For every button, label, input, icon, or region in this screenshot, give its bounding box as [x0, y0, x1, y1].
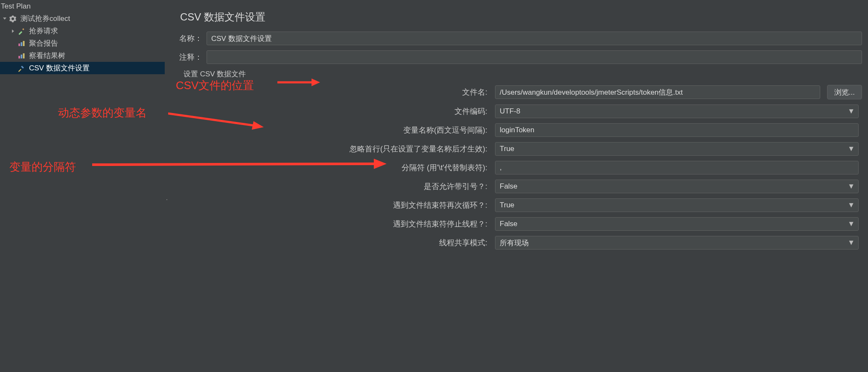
tree-item-label: CSV 数据文件设置: [29, 63, 90, 73]
dropper-icon: [17, 27, 26, 35]
tree-item-label: 察看结果树: [29, 51, 65, 61]
tree-root-label: Test Plan: [1, 2, 31, 11]
chevron-down-icon: ▼: [848, 220, 855, 228]
chevron-down-icon: ▼: [848, 107, 855, 116]
recycle-label: 遇到文件结束符再次循环？:: [173, 200, 491, 210]
varnames-value: loginToken: [500, 126, 534, 134]
tree-item-label: 测试抢券collect: [20, 14, 70, 23]
comment-input[interactable]: [207, 50, 862, 64]
stop-label: 遇到文件结束符停止线程？:: [173, 219, 491, 229]
quoted-select[interactable]: False ▼: [495, 180, 859, 193]
varnames-label: 变量名称(西文逗号间隔):: [173, 125, 491, 135]
browse-label: 浏览...: [834, 87, 855, 97]
tree-item-sampler[interactable]: 抢券请求: [0, 25, 165, 37]
chevron-down-icon: ▼: [848, 145, 855, 153]
sharing-select[interactable]: 所有现场 ▼: [495, 236, 859, 250]
panel-title: CSV 数据文件设置: [180, 10, 862, 24]
name-label: 名称：: [173, 33, 202, 44]
quoted-label: 是否允许带引号？:: [173, 181, 491, 192]
tree-sidebar: Test Plan 测试抢券collect 抢券请求 聚合报告 察看结果树: [0, 0, 165, 372]
expand-icon[interactable]: [10, 29, 16, 33]
delimiter-input[interactable]: ,: [495, 161, 859, 174]
name-value: CSV 数据文件设置: [211, 34, 272, 44]
svg-rect-3: [18, 56, 20, 58]
encoding-value: UTF-8: [500, 107, 520, 116]
tools-icon: [17, 64, 26, 73]
gear-icon: [9, 15, 17, 23]
ignorefirst-label: 忽略首行(只在设置了变量名称后才生效):: [173, 144, 491, 154]
stop-select[interactable]: False ▼: [495, 217, 859, 231]
browse-button[interactable]: 浏览...: [827, 85, 862, 99]
quoted-value: False: [500, 182, 518, 191]
sharing-label: 线程共享模式:: [173, 238, 491, 248]
svg-rect-5: [23, 53, 25, 58]
tree-item-resultstree[interactable]: 察看结果树: [0, 49, 165, 62]
varnames-input[interactable]: loginToken: [495, 123, 859, 137]
filename-label: 文件名:: [173, 87, 491, 97]
tree-item-label: 聚合报告: [29, 38, 58, 48]
svg-rect-0: [18, 44, 20, 46]
fieldset-label: 设置 CSV 数据文件: [173, 69, 862, 79]
tree-item-csv-config[interactable]: CSV 数据文件设置: [0, 62, 165, 74]
delimiter-value: ,: [500, 163, 502, 172]
chevron-down-icon: ▼: [848, 182, 855, 191]
tree-item-label: 抢券请求: [29, 26, 58, 36]
delimiter-label: 分隔符 (用'\t'代替制表符):: [173, 163, 491, 173]
recycle-select[interactable]: True ▼: [495, 198, 859, 212]
stop-value: False: [500, 220, 518, 228]
sharing-value: 所有现场: [500, 238, 529, 248]
comment-label: 注释：: [173, 52, 202, 62]
chart-icon: [17, 39, 26, 48]
chevron-down-icon: ▼: [848, 238, 855, 247]
tree-item-thread-group[interactable]: 测试抢券collect: [0, 12, 165, 25]
main-panel: CSV 数据文件设置 名称： CSV 数据文件设置 注释： 设置 CSV 数据文…: [167, 0, 868, 372]
chart-icon: [17, 52, 26, 60]
collapse-icon[interactable]: [2, 17, 8, 21]
svg-rect-2: [23, 41, 25, 46]
tree-root[interactable]: Test Plan: [0, 0, 165, 12]
chevron-down-icon: ▼: [848, 201, 855, 209]
svg-rect-4: [21, 55, 23, 58]
tree-item-aggregate[interactable]: 聚合报告: [0, 37, 165, 49]
filename-input[interactable]: /Users/wangkun/developtools/jmeterScript…: [495, 85, 820, 99]
filename-value: /Users/wangkun/developtools/jmeterScript…: [500, 87, 683, 97]
encoding-label: 文件编码:: [173, 106, 491, 116]
svg-rect-1: [21, 42, 23, 46]
recycle-value: True: [500, 201, 514, 209]
name-input[interactable]: CSV 数据文件设置: [207, 32, 862, 45]
ignorefirst-value: True: [500, 145, 514, 153]
encoding-select[interactable]: UTF-8 ▼: [495, 105, 859, 118]
ignorefirst-select[interactable]: True ▼: [495, 142, 859, 156]
